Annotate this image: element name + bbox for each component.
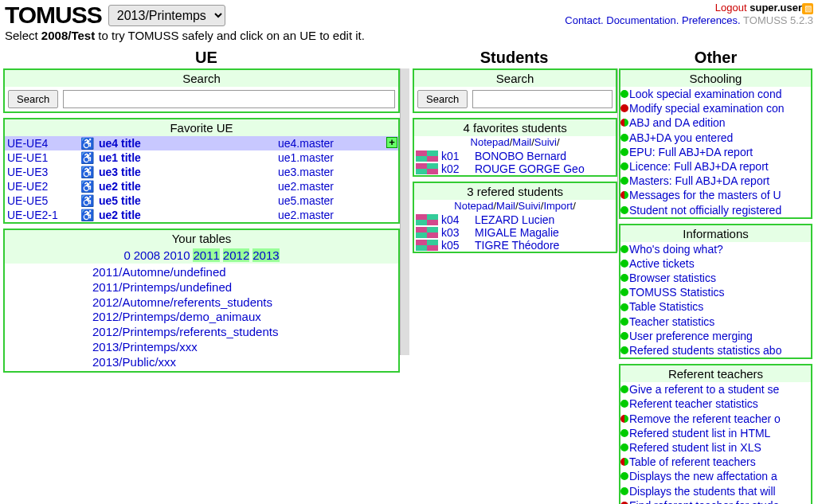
ue-fav-row[interactable]: UE-UE5♿ue5 titleue5.master [5, 193, 398, 208]
status-dot-icon [620, 134, 628, 142]
status-dot-icon [620, 162, 628, 170]
student-sublink[interactable]: Suivi [534, 136, 557, 148]
other-link-item[interactable]: Remove the referent teacher o [620, 412, 811, 426]
student-row[interactable]: k01BONOBO Bernard [414, 150, 616, 162]
header-link[interactable]: Contact. [565, 14, 603, 26]
ue-search-input[interactable] [63, 90, 395, 108]
other-link-item[interactable]: Table Statistics [620, 299, 811, 314]
other-link-item[interactable]: User preference merging [620, 329, 811, 343]
other-link-item[interactable]: Table of referent teachers [620, 455, 811, 469]
other-link-item[interactable]: Masters: Full ABJ+DA report [620, 174, 811, 188]
status-dot-icon [620, 206, 628, 214]
table-link[interactable]: 2011/Automne/undefined [92, 265, 398, 280]
student-sublink[interactable]: Notepad [471, 136, 510, 148]
student-sublink[interactable]: Notepad [454, 200, 493, 212]
other-link-item[interactable]: Refered student list in HTML [620, 426, 811, 440]
table-link[interactable]: 2012/Printemps/demo_animaux [92, 310, 398, 325]
other-link-item[interactable]: Student not officially registered [620, 203, 811, 217]
other-section: Referent teachersGive a referent to a st… [619, 364, 812, 504]
fav-students-panel: 4 favorites studentsNotepad/Mail/Suivi/k… [413, 118, 617, 177]
student-row[interactable]: k04LEZARD Lucien [414, 213, 616, 226]
semester-select[interactable]: 2013/Printemps [108, 5, 225, 26]
status-dot-icon [620, 90, 628, 98]
year-link[interactable]: 2013 [252, 248, 279, 262]
other-link-item[interactable]: Find referent teacher for stude [620, 498, 811, 504]
ue-search-button[interactable]: Search [8, 90, 58, 108]
student-row[interactable]: k03MIGALE Magalie [414, 226, 616, 239]
ue-fav-row[interactable]: UE-UE2♿ue2 titleue2.master [5, 179, 398, 193]
ue-col-title: UE [3, 49, 409, 67]
other-section: SchoolingLook special examination condMo… [619, 68, 812, 219]
other-link-item[interactable]: Licence: Full ABJ+DA report [620, 159, 811, 174]
other-link-item[interactable]: Teacher statistics [620, 315, 811, 329]
wheelchair-icon: ♿ [78, 165, 96, 179]
ue-fav-row[interactable]: UE-UE2-1♿ue2 titleue2.master [5, 208, 398, 222]
status-dot-icon [620, 148, 628, 156]
other-link-item[interactable]: TOMUSS Statistics [620, 285, 811, 299]
student-icon [416, 163, 438, 174]
status-dot-icon [620, 487, 628, 495]
other-link-item[interactable]: Who's doing what? [620, 242, 811, 256]
other-link-item[interactable]: EPU: Full ABJ+DA report [620, 145, 811, 159]
years-row: 020082010201120122013 [5, 247, 398, 264]
other-link-item[interactable]: ABJ+DA you entered [620, 131, 811, 145]
status-dot-icon [620, 274, 628, 282]
student-row[interactable]: k05TIGRE Théodore [414, 239, 616, 252]
student-sublink[interactable]: Suivi [519, 200, 541, 212]
status-dot-icon [620, 318, 628, 326]
header-link[interactable]: Documentation. [606, 14, 679, 26]
other-link-item[interactable]: ABJ and DA edition [620, 115, 811, 130]
status-dot-icon [620, 303, 628, 311]
other-link-item[interactable]: Displays the students that will [620, 484, 811, 498]
ue-scrollbar[interactable] [400, 68, 409, 355]
table-link[interactable]: 2012/Printemps/referents_students [92, 325, 398, 340]
student-sublink[interactable]: Mail [512, 136, 531, 148]
status-dot-icon [620, 415, 628, 423]
other-link-item[interactable]: Give a referent to a student se [620, 382, 811, 397]
other-link-item[interactable]: Refered students statistics abo [620, 343, 811, 357]
other-link-item[interactable]: Displays the new affectation a [620, 469, 811, 483]
plus-icon[interactable]: + [386, 137, 397, 148]
ue-fav-row[interactable]: UE-UE4♿ue4 titleue4.master [5, 136, 398, 150]
ue-search-panel: Search Search [3, 68, 400, 113]
table-link[interactable]: 2012/Automne/referents_students [92, 295, 398, 311]
ue-fav-row[interactable]: UE-UE1♿ue1 titleue1.master [5, 150, 398, 165]
year-link[interactable]: 0 [123, 248, 130, 262]
status-dot-icon [620, 104, 628, 112]
version-label: TOMUSS 5.2.3 [743, 14, 813, 26]
student-row[interactable]: k02ROUGE GORGE Geo [414, 162, 616, 175]
rss-icon[interactable]: ▧ [802, 3, 813, 14]
other-link-item[interactable]: Messages for the masters of U [620, 188, 811, 202]
other-link-item[interactable]: Referent teacher statistics [620, 397, 811, 411]
logout-link[interactable]: Logout [715, 2, 747, 14]
students-search-button[interactable]: Search [417, 90, 468, 108]
wheelchair-icon: ♿ [78, 136, 96, 150]
header-link[interactable]: Preferences. [682, 14, 741, 26]
status-dot-icon [620, 443, 628, 451]
student-icon [416, 150, 438, 162]
other-link-item[interactable]: Active tickets [620, 256, 811, 271]
other-link-item[interactable]: Refered student list in XLS [620, 440, 811, 455]
students-search-input[interactable] [472, 90, 613, 108]
year-link[interactable]: 2008 [134, 248, 160, 262]
year-link[interactable]: 2012 [223, 248, 249, 262]
ue-fav-row[interactable]: UE-UE3♿ue3 titleue3.master [5, 165, 398, 179]
wheelchair-icon: ♿ [78, 179, 96, 193]
other-link-item[interactable]: Browser statistics [620, 271, 811, 285]
student-sublink[interactable]: Mail [496, 200, 515, 212]
status-dot-icon [620, 400, 628, 408]
status-dot-icon [620, 191, 628, 199]
table-link[interactable]: 2011/Printemps/undefined [92, 280, 398, 295]
student-sublink[interactable]: Import [543, 200, 573, 212]
table-link[interactable]: 2013/Printemps/xxx [92, 340, 398, 355]
year-link[interactable]: 2011 [193, 248, 219, 262]
student-icon [416, 227, 438, 238]
table-link[interactable]: 2013/Public/xxx [92, 355, 398, 370]
wheelchair-icon: ♿ [78, 208, 96, 222]
status-dot-icon [620, 288, 628, 296]
other-link-item[interactable]: Look special examination cond [620, 87, 811, 101]
student-icon [416, 214, 438, 225]
other-link-item[interactable]: Modify special examination con [620, 101, 811, 115]
year-link[interactable]: 2010 [163, 248, 190, 262]
user-label: super.user [750, 2, 802, 14]
